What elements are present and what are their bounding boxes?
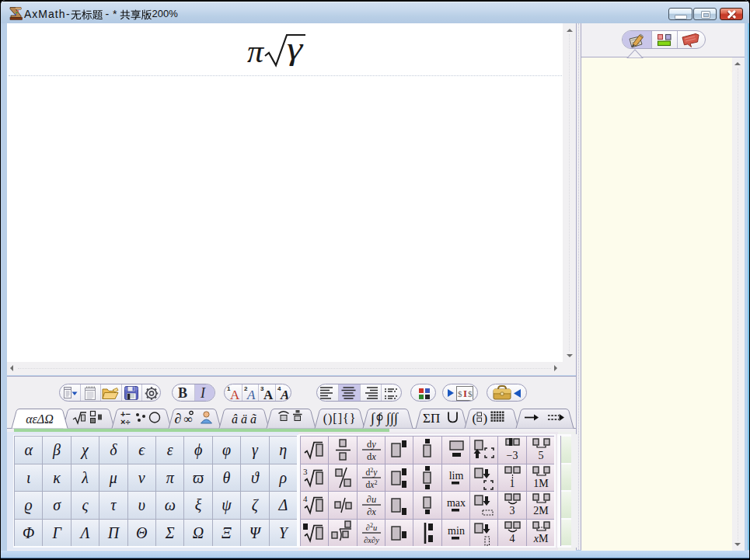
svg-text:∞: ∞ [184, 412, 193, 426]
svg-text:∂u: ∂u [366, 494, 375, 505]
svg-text:â ä ã: â ä ã [232, 412, 256, 426]
svg-text:2M: 2M [533, 505, 549, 517]
svg-text:dy: dy [367, 439, 376, 450]
svg-text:×÷: ×÷ [120, 417, 130, 426]
svg-text:∂x∂y: ∂x∂y [364, 535, 379, 544]
svg-text:ΣΠ: ΣΠ [423, 411, 440, 426]
svg-text:∂: ∂ [175, 411, 182, 426]
svg-text:∂x: ∂x [367, 506, 376, 517]
svg-text:min: min [448, 525, 465, 537]
svg-text:3: 3 [303, 467, 308, 476]
svg-text:d2y: d2y [365, 466, 378, 478]
svg-text:1: 1 [510, 478, 515, 489]
svg-text:dx: dx [367, 451, 376, 462]
svg-text:4: 4 [303, 494, 308, 503]
svg-text:−3: −3 [507, 450, 518, 461]
svg-text:(: ( [473, 411, 477, 426]
svg-text:αεΔΩ: αεΔΩ [26, 412, 54, 426]
svg-text:∂2u: ∂2u [365, 521, 376, 532]
svg-text:1M: 1M [533, 478, 549, 489]
svg-text:4: 4 [510, 533, 515, 544]
svg-text:dx2: dx2 [365, 478, 377, 489]
svg-text:lim: lim [448, 470, 463, 482]
svg-text:5: 5 [538, 450, 543, 461]
svg-text:): ) [483, 411, 488, 426]
svg-text:3: 3 [510, 505, 515, 517]
svg-text:()[]{}: ()[]{} [323, 412, 357, 426]
svg-text:xM: xM [532, 533, 548, 544]
svg-text:max: max [447, 497, 466, 509]
